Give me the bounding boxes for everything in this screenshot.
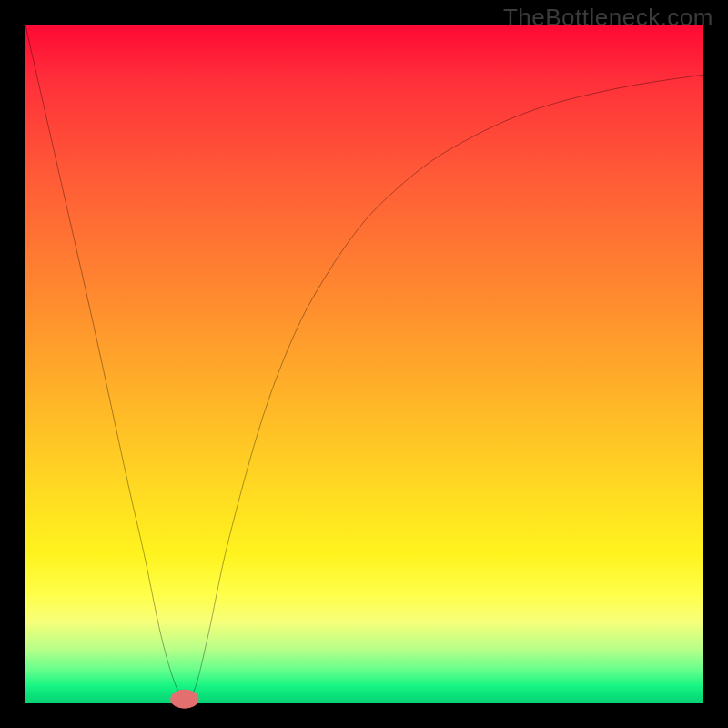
curve-svg <box>25 25 703 703</box>
watermark-text: TheBottleneck.com <box>503 4 713 32</box>
chart-frame: TheBottleneck.com <box>0 0 728 728</box>
plot-area <box>25 25 703 703</box>
bottleneck-curve <box>25 25 705 700</box>
minimum-marker <box>174 693 196 705</box>
marker-dot <box>174 693 196 705</box>
